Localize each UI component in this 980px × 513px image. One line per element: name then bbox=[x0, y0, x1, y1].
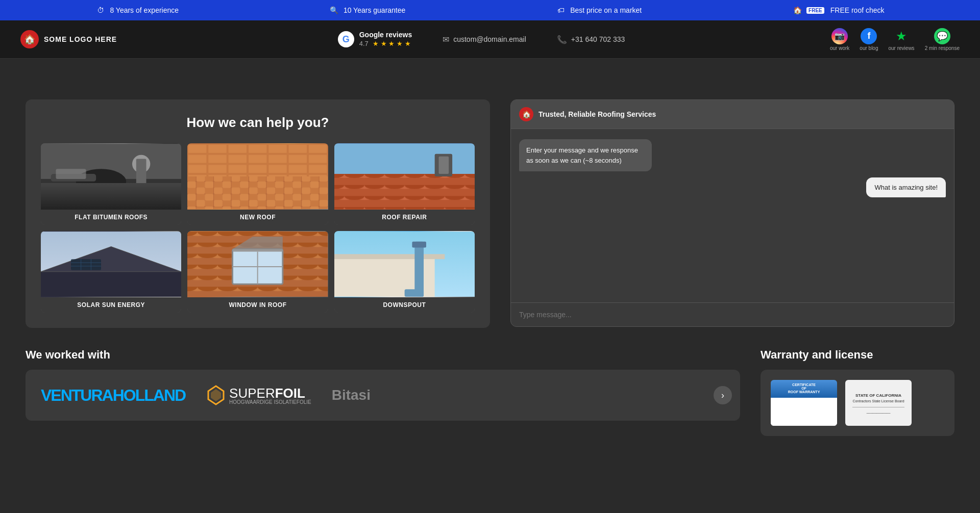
superfoil-logo: SUPERFOIL HOOGWAARDIGE ISOLATIEFOLIE bbox=[206, 385, 311, 405]
review-rating-row: 4.7 ★ ★ ★ ★ ★ bbox=[359, 39, 412, 48]
chat-logo-icon: 🏠 bbox=[519, 107, 533, 121]
solar-label: SOLAR SUN ENERGY bbox=[41, 297, 181, 313]
cert-white-title: STATE OF CALIFORNIA Contractors State Li… bbox=[850, 391, 906, 415]
service-new-roof[interactable]: NEW ROOF bbox=[187, 143, 328, 225]
chat-bot-message: Enter your message and we response as so… bbox=[519, 139, 652, 171]
experience-item: ⏱ 8 Years of experience bbox=[95, 5, 179, 15]
reviews-link[interactable]: ★ our reviews bbox=[888, 28, 914, 51]
cert-signature-area: ____________ bbox=[852, 407, 904, 413]
new-roof-label: NEW ROOF bbox=[187, 210, 328, 225]
svg-rect-50 bbox=[334, 254, 445, 259]
service-window-roof[interactable]: WINDOW IN ROOF bbox=[187, 231, 328, 313]
window-roof-image bbox=[187, 231, 328, 297]
facebook-icon: f bbox=[861, 28, 877, 44]
chat-input[interactable] bbox=[519, 311, 946, 319]
warranty-section: Warranty and license CERTIFICATEOFROOF W… bbox=[761, 348, 954, 436]
chat-user-message: What is amazing site! bbox=[866, 177, 946, 197]
superfoil-sub: HOOGWAARDIGE ISOLATIEFOLIE bbox=[229, 399, 311, 405]
chat-messages: Enter your message and we response as so… bbox=[511, 129, 954, 302]
logo-text: SOME LOGO HERE bbox=[44, 35, 117, 43]
phone-icon: 📞 bbox=[557, 35, 567, 44]
svg-rect-52 bbox=[412, 242, 426, 248]
svg-rect-44 bbox=[233, 249, 283, 252]
roof-repair-label: ROOF REPAIR bbox=[334, 210, 475, 225]
services-grid: FLAT BITUMEN ROOFS bbox=[41, 143, 475, 313]
chat-widget: 🏠 Trusted, Reliable Roofing Services Ent… bbox=[510, 99, 954, 327]
svg-rect-6 bbox=[136, 159, 146, 189]
top-banner: ⏱ 8 Years of experience 🔍 10 Years guara… bbox=[0, 0, 980, 20]
google-reviews: G Google reviews 4.7 ★ ★ ★ ★ ★ bbox=[338, 31, 412, 48]
chat-title: Trusted, Reliable Roofing Services bbox=[538, 110, 656, 118]
guarantee-item: 🔍 10 Years guarantee bbox=[329, 5, 405, 15]
email-contact[interactable]: ✉ custom@domain.email bbox=[443, 35, 526, 44]
chat-header: 🏠 Trusted, Reliable Roofing Services bbox=[511, 100, 954, 129]
roof-repair-image bbox=[334, 143, 475, 210]
svg-rect-53 bbox=[404, 289, 423, 297]
service-roof-repair[interactable]: ROOF REPAIR bbox=[334, 143, 475, 225]
freeroofcheck-item[interactable]: 🏠 FREE FREE roof check bbox=[792, 5, 885, 15]
window-roof-label: WINDOW IN ROOF bbox=[187, 297, 328, 313]
svg-rect-4 bbox=[56, 169, 86, 179]
email-text: custom@domain.email bbox=[453, 35, 526, 43]
review-rating: 4.7 bbox=[359, 40, 369, 47]
service-flat-bitumen[interactable]: FLAT BITUMEN ROOFS bbox=[41, 143, 181, 225]
facebook-link[interactable]: f our blog bbox=[860, 28, 878, 51]
svg-rect-51 bbox=[414, 242, 424, 297]
bitasi-logo: Bitasi bbox=[332, 387, 371, 403]
logo-icon: 🏠 bbox=[20, 30, 39, 48]
logo-area: 🏠 SOME LOGO HERE bbox=[20, 30, 133, 48]
whatsapp-label: 2 min response bbox=[925, 45, 960, 51]
header: 🏠 SOME LOGO HERE G Google reviews 4.7 ★ … bbox=[0, 20, 980, 59]
bestprice-item: 🏷 Best price on a market bbox=[556, 5, 642, 15]
experience-text: 8 Years of experience bbox=[110, 6, 179, 14]
cert-state-label: STATE OF CALIFORNIA bbox=[852, 393, 904, 398]
svg-marker-55 bbox=[211, 389, 221, 401]
phone-contact[interactable]: 📞 +31 640 702 333 bbox=[557, 35, 625, 44]
svg-rect-33 bbox=[71, 259, 101, 270]
star-icon: ★ bbox=[893, 28, 910, 44]
facebook-label: our blog bbox=[860, 45, 878, 51]
superfoil-text-group: SUPERFOIL HOOGWAARDIGE ISOLATIEFOLIE bbox=[229, 386, 311, 405]
free-badge: FREE bbox=[806, 7, 824, 14]
whatsapp-icon: 💬 bbox=[934, 28, 950, 44]
flat-bitumen-label: FLAT BITUMEN ROOFS bbox=[41, 210, 181, 225]
svg-rect-16 bbox=[187, 176, 328, 209]
svg-rect-23 bbox=[334, 174, 475, 209]
flat-roof-image bbox=[41, 143, 181, 210]
svg-rect-29 bbox=[56, 274, 166, 294]
partners-card: VENTURAHOLLAND SUPERFOIL HOOGWAARDIGE IS… bbox=[26, 370, 740, 421]
services-title: How we can help you? bbox=[41, 115, 475, 131]
bottom-section: We worked with VENTURAHOLLAND SUPERFOIL … bbox=[0, 343, 980, 451]
superfoil-name-prefix: SUPER bbox=[229, 386, 275, 401]
chat-input-area[interactable] bbox=[511, 302, 954, 326]
bestprice-text: Best price on a market bbox=[570, 6, 642, 14]
downspout-image bbox=[334, 231, 475, 297]
header-social: 📷 our work f our blog ★ our reviews 💬 2 … bbox=[830, 28, 960, 51]
guarantee-text: 10 Years guarantee bbox=[344, 6, 405, 14]
email-icon: ✉ bbox=[443, 35, 449, 44]
instagram-icon: 📷 bbox=[831, 28, 848, 44]
warranty-title: Warranty and license bbox=[761, 348, 954, 362]
freeroofcheck-text: FREE roof check bbox=[830, 6, 885, 14]
partners-next-arrow[interactable]: › bbox=[714, 386, 732, 404]
header-center: G Google reviews 4.7 ★ ★ ★ ★ ★ ✉ custom@… bbox=[133, 31, 830, 48]
service-solar[interactable]: SOLAR SUN ENERGY bbox=[41, 231, 181, 313]
downspout-label: DOWNSPOUT bbox=[334, 297, 475, 313]
svg-rect-1 bbox=[41, 179, 181, 209]
clock-icon: ⏱ bbox=[95, 5, 106, 15]
partners-title: We worked with bbox=[26, 348, 740, 362]
warranty-card: CERTIFICATEOFROOF WARRANTY STATE OF CALI… bbox=[761, 370, 954, 436]
cert-board-label: Contractors State License Board bbox=[852, 399, 904, 403]
superfoil-name-suffix: FOIL bbox=[275, 386, 305, 401]
solar-image bbox=[41, 231, 181, 297]
instagram-link[interactable]: 📷 our work bbox=[830, 28, 849, 51]
svg-rect-15 bbox=[187, 144, 328, 176]
service-downspout[interactable]: DOWNSPOUT bbox=[334, 231, 475, 313]
roof-warranty-cert[interactable]: CERTIFICATEOFROOF WARRANTY bbox=[771, 380, 837, 426]
search-icon: 🔍 bbox=[329, 5, 339, 15]
review-title: Google reviews bbox=[359, 31, 412, 39]
review-stars: ★ ★ ★ ★ ★ bbox=[373, 40, 410, 47]
whatsapp-link[interactable]: 💬 2 min response bbox=[925, 28, 960, 51]
license-cert[interactable]: STATE OF CALIFORNIA Contractors State Li… bbox=[845, 380, 912, 426]
review-info: Google reviews 4.7 ★ ★ ★ ★ ★ bbox=[359, 31, 412, 48]
